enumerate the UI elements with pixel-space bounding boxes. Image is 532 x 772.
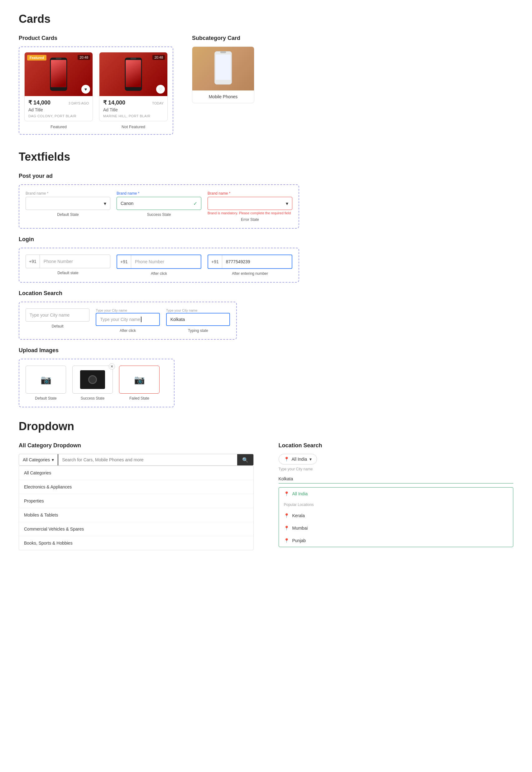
card-2-location: MARINE HILL, PORT BLAIR [103, 114, 164, 118]
location-input-focused[interactable]: Type your City name [96, 313, 160, 326]
location-item-kerala-label: Kerala [292, 513, 305, 518]
category-item-books[interactable]: Books, Sports & Hobbies [19, 536, 253, 550]
phone-prefix-2: +91 [117, 255, 131, 268]
upload-state-3: Failed State [119, 396, 160, 400]
phone-state-1: Default state [26, 271, 110, 275]
card-1-price: ₹ 14,000 [28, 99, 50, 106]
location-state-3: Typing state [166, 329, 230, 333]
subcategory-label: Subcategory Card [192, 35, 240, 41]
upload-box-success[interactable]: ✕ [72, 366, 113, 394]
subcategory-card-group: Subcategory Card Mobile Phones [192, 35, 254, 103]
city-input[interactable] [279, 474, 514, 483]
category-item-electronics[interactable]: Electronics & Appliances [19, 480, 253, 494]
card-1-time: 20:48 [78, 55, 90, 60]
category-item-mobiles[interactable]: Mobiles & Tablets [19, 508, 253, 522]
brand-field-error-group: Brand name * ▾ Brand is mandatory. Pleas… [208, 191, 292, 222]
camera-icon: 📷 [41, 375, 51, 385]
textfields-title: Textfields [19, 150, 513, 163]
product-cards-dashed: Featured 20:48 ♥ ₹ 14,000 3 DAYS AGO Ad … [19, 46, 173, 135]
location-item-kerala[interactable]: 📍 Kerala [279, 509, 513, 522]
subcategory-card-image [192, 47, 254, 90]
location-focused-group: Type your City name Type your City name … [96, 309, 160, 333]
phone-placeholder-1: Phone Number [40, 259, 110, 264]
svg-rect-5 [126, 60, 141, 87]
location-state-2: After click [96, 329, 160, 333]
location-item-all-india[interactable]: 📍 All India [279, 487, 513, 500]
brand-input-default[interactable]: ▾ [26, 197, 110, 210]
location-small-label-2: Type your City name [96, 309, 160, 312]
textfields-section: Textfields Post your ad Brand name * ▾ D… [19, 150, 513, 407]
location-item-mumbai[interactable]: 📍 Mumbai [279, 522, 513, 534]
card-2-image: 20:48 ♡ [99, 52, 167, 96]
upload-label: Upload Images [19, 347, 513, 354]
dropdown-section: Dropdown All Category Dropdown All Categ… [19, 420, 513, 550]
card-2-title: Ad Title [103, 107, 164, 112]
phone-field-default-group: +91 Phone Number Default state [26, 255, 110, 276]
location-item-punjab[interactable]: 📍 Punjab [279, 534, 513, 547]
popular-locations-label: Popular Locations [279, 500, 513, 509]
brand-field-default-group: Brand name * ▾ Default State [26, 191, 110, 222]
location-btn[interactable]: 📍 All India ▾ [279, 454, 317, 464]
card-1-location: DAG COLONY, PORT BLAIR [28, 114, 89, 118]
svg-rect-3 [56, 58, 61, 60]
phone-prefix-1: +91 [26, 255, 40, 268]
phone-placeholder-2: Phone Number [131, 259, 201, 264]
pin-icon-mumbai: 📍 [284, 525, 289, 530]
card-1[interactable]: Featured 20:48 ♥ ₹ 14,000 3 DAYS AGO Ad … [24, 52, 93, 121]
upload-state-1: Default State [26, 396, 66, 400]
wishlist-btn-2[interactable]: ♡ [156, 85, 165, 93]
city-input-label: Type your City name [279, 467, 514, 471]
location-state-1: Default [26, 324, 89, 329]
card-1-image: Featured 20:48 ♥ [25, 52, 93, 96]
subcategory-card[interactable]: Mobile Phones [192, 46, 254, 103]
post-ad-label: Post your ad [19, 173, 513, 179]
brand-input-success[interactable]: Canon ✓ [117, 197, 201, 210]
location-dropdown-list: 📍 All India Popular Locations 📍 Kerala 📍… [279, 487, 514, 547]
phone-input-filled[interactable]: +91 8777549239 [208, 255, 292, 269]
upload-success-group: ✕ Success State [72, 366, 113, 400]
upload-remove-btn[interactable]: ✕ [109, 363, 115, 370]
all-category-label: All Category Dropdown [19, 442, 254, 449]
brand-label-1: Brand name * [26, 191, 110, 196]
phone-state-2: After click [117, 271, 201, 276]
brand-input-error[interactable]: ▾ [208, 197, 292, 210]
location-item-mumbai-label: Mumbai [292, 525, 308, 530]
cards-title: Cards [19, 12, 513, 26]
wishlist-btn-1[interactable]: ♥ [81, 85, 90, 93]
location-placeholder-2: Type your City name [100, 317, 140, 322]
brand-state-3: Error State [208, 218, 292, 222]
location-placeholder-1: Type your City name [30, 313, 69, 318]
brand-label-3: Brand name * [208, 191, 292, 196]
search-input[interactable] [58, 454, 237, 465]
phone-value: 8777549239 [222, 259, 292, 264]
category-item-properties[interactable]: Properties [19, 494, 253, 508]
uploaded-camera-img [80, 370, 105, 389]
card-2[interactable]: 20:48 ♡ ₹ 14,000 TODAY Ad Title MARINE H… [99, 52, 168, 121]
upload-box-failed[interactable]: 📷 [119, 366, 160, 394]
all-category-dropdown-col: All Category Dropdown All Categories ▾ 🔍… [19, 442, 254, 550]
card-2-state-label: Not Featured [99, 124, 168, 129]
phone-state-3: After entering number [208, 271, 292, 276]
phone-input-default[interactable]: +91 Phone Number [26, 255, 110, 268]
location-input-typing[interactable]: Kolkata [166, 313, 230, 326]
brand-state-1: Default State [26, 213, 110, 217]
category-item-all[interactable]: All Categories [19, 466, 253, 480]
card-2-time: 20:48 [152, 55, 165, 60]
location-input-default[interactable]: Type your City name [26, 309, 89, 322]
category-item-commercial[interactable]: Commercial Vehicles & Spares [19, 522, 253, 536]
search-button[interactable]: 🔍 [237, 454, 253, 465]
cards-section: Cards Product Cards [19, 12, 513, 135]
card-2-days: TODAY [152, 101, 164, 105]
search-bar[interactable]: All Categories ▾ 🔍 [19, 454, 254, 466]
camera-lens [88, 375, 97, 384]
featured-badge: Featured [27, 55, 46, 60]
location-search-dropdown-col: Location Search 📍 All India ▾ Type your … [279, 442, 514, 547]
brand-value-2: Canon [121, 201, 133, 206]
card-1-days: 3 DAYS AGO [69, 101, 89, 105]
phone-input-focused[interactable]: +91 Phone Number [117, 255, 201, 269]
upload-default-group: 📷 Default State [26, 366, 66, 400]
location-typing-group: Type your City name Kolkata Typing state [166, 309, 230, 333]
upload-box-default[interactable]: 📷 [26, 366, 66, 394]
category-select[interactable]: All Categories ▾ [19, 454, 58, 465]
cursor-icon [141, 317, 141, 322]
